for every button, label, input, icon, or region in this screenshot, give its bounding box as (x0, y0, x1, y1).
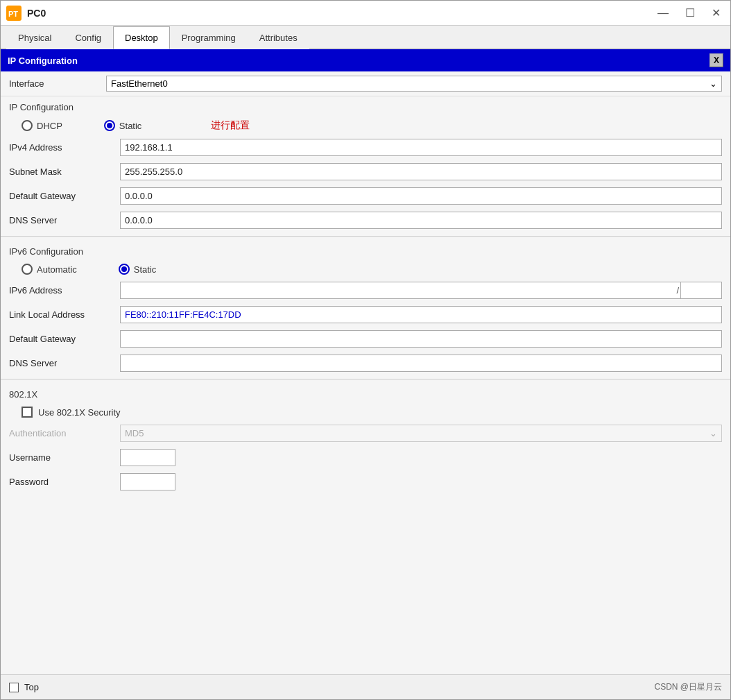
dns-server-input[interactable] (120, 212, 722, 229)
config-panel: Interface FastEthernet0 ⌄ IP Configurati… (1, 71, 730, 674)
dhcp-radio-option[interactable]: DHCP (22, 120, 62, 131)
subnet-mask-label: Subnet Mask (9, 167, 120, 177)
ipv6-address-inputs: / (120, 282, 722, 299)
link-local-row: Link Local Address (1, 303, 730, 326)
ip-config-header: IP Configuration X (1, 49, 730, 71)
dns-server-v6-row: DNS Server (1, 352, 730, 375)
authentication-label: Authentication (9, 428, 120, 438)
chevron-down-icon: ⌄ (710, 78, 717, 89)
tab-programming[interactable]: Programming (170, 26, 248, 49)
close-button[interactable]: ✕ (707, 6, 725, 20)
automatic-radio-circle[interactable] (22, 264, 33, 275)
main-window: PT PC0 — ☐ ✕ Physical Config Desktop Pro… (0, 0, 731, 700)
tab-bar: Physical Config Desktop Programming Attr… (1, 26, 730, 49)
automatic-label: Automatic (37, 264, 77, 275)
title-bar: PT PC0 — ☐ ✕ (1, 1, 730, 26)
ipv4-address-row: IPv4 Address (1, 136, 730, 159)
static-radio-circle[interactable] (104, 120, 115, 131)
username-row: Username (1, 446, 730, 469)
default-gateway-v6-row: Default Gateway (1, 327, 730, 350)
tab-attributes[interactable]: Attributes (248, 26, 309, 49)
minimize-button[interactable]: — (653, 6, 673, 20)
dns-server-label: DNS Server (9, 215, 120, 225)
ipv6-address-row: IPv6 Address / (1, 279, 730, 302)
status-bar: Top CSDN @日星月云 (1, 674, 730, 699)
default-gateway-v6-input[interactable] (120, 330, 722, 348)
ip-mode-radio-row: DHCP Static 进行配置 (1, 115, 730, 136)
automatic-radio-option[interactable]: Automatic (22, 264, 77, 275)
ipv4-address-input[interactable] (120, 139, 722, 156)
use-8021x-row: Use 802.1X Security (1, 402, 730, 422)
password-label: Password (9, 477, 120, 487)
ipv6-mode-radio-row: Automatic Static (1, 259, 730, 279)
use-8021x-checkbox[interactable] (22, 407, 33, 418)
default-gateway-input[interactable] (120, 187, 722, 205)
ipv6-slash: / (675, 282, 680, 299)
interface-value: FastEthernet0 (111, 78, 168, 89)
dhcp-label: DHCP (37, 121, 62, 131)
ipv6-address-input[interactable] (120, 282, 675, 299)
ip-config-close-button[interactable]: X (710, 53, 723, 67)
static-radio-option[interactable]: Static (104, 120, 142, 131)
tab-config[interactable]: Config (63, 26, 113, 49)
dns-server-row: DNS Server (1, 209, 730, 232)
static-v6-radio-circle[interactable] (119, 264, 130, 275)
watermark: CSDN @日星月云 (654, 681, 722, 693)
ipv6-section-header: IPv6 Configuration (1, 241, 730, 259)
use-8021x-label: Use 802.1X Security (38, 407, 121, 418)
authentication-select[interactable]: MD5 ⌄ (120, 425, 722, 442)
tab-desktop[interactable]: Desktop (113, 26, 170, 49)
svg-text:PT: PT (8, 10, 18, 18)
top-checkbox[interactable] (9, 683, 19, 692)
ipv4-section-header: IP Configuration (1, 96, 730, 115)
maximize-button[interactable]: ☐ (681, 6, 699, 20)
static-label: Static (119, 121, 142, 131)
username-label: Username (9, 452, 120, 463)
authentication-row: Authentication MD5 ⌄ (1, 422, 730, 445)
top-label: Top (24, 682, 39, 692)
dns-server-v6-input[interactable] (120, 355, 722, 372)
default-gateway-label: Default Gateway (9, 191, 120, 201)
ipv6-prefix-length-input[interactable] (680, 282, 722, 299)
dhcp-radio-circle[interactable] (22, 120, 33, 131)
link-local-input[interactable] (120, 306, 722, 323)
ipv4-address-label: IPv4 Address (9, 142, 120, 153)
8021x-section-header: 802.1X (1, 384, 730, 402)
username-input[interactable] (120, 449, 175, 466)
static-v6-radio-option[interactable]: Static (119, 264, 157, 275)
password-row: Password (1, 470, 730, 493)
window-title: PC0 (27, 8, 46, 19)
subnet-mask-input[interactable] (120, 163, 722, 180)
app-icon: PT (6, 6, 22, 21)
tab-physical[interactable]: Physical (6, 26, 63, 49)
chinese-annotation: 进行配置 (211, 119, 250, 132)
interface-row: Interface FastEthernet0 ⌄ (1, 71, 730, 96)
status-left: Top (9, 682, 39, 692)
link-local-label: Link Local Address (9, 309, 120, 320)
authentication-value: MD5 (125, 428, 144, 438)
content-area: IP Configuration X Interface FastEtherne… (1, 49, 730, 674)
default-gateway-row: Default Gateway (1, 185, 730, 207)
password-input[interactable] (120, 473, 175, 490)
interface-label: Interface (9, 78, 106, 89)
static-v6-label: Static (134, 264, 157, 275)
title-left: PT PC0 (6, 6, 46, 21)
ipv6-address-label: IPv6 Address (9, 285, 120, 296)
default-gateway-v6-label: Default Gateway (9, 334, 120, 344)
dns-server-v6-label: DNS Server (9, 358, 120, 368)
subnet-mask-row: Subnet Mask (1, 160, 730, 183)
interface-select[interactable]: FastEthernet0 ⌄ (106, 76, 722, 92)
ip-config-title: IP Configuration (8, 56, 78, 66)
window-controls: — ☐ ✕ (653, 6, 725, 20)
chevron-down-icon-auth: ⌄ (710, 428, 717, 438)
